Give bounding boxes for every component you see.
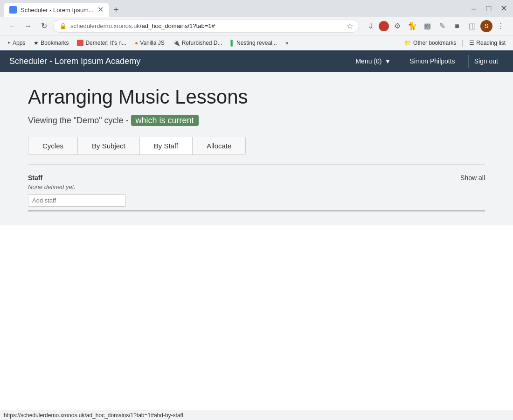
user-profile-button[interactable]: Simon Philpotts — [404, 55, 460, 68]
pen-icon[interactable]: ✎ — [436, 20, 449, 33]
downloads-icon[interactable]: ⇓ — [364, 20, 377, 33]
tab-close-button[interactable]: ✕ — [97, 6, 104, 14]
status-url: https://schedulerdemo.xronos.uk/ad_hoc_d… — [4, 412, 183, 419]
reload-button[interactable]: ↻ — [37, 20, 50, 33]
staff-header: Staff Show all — [28, 174, 485, 182]
sign-out-button[interactable]: Sign out — [468, 55, 504, 68]
apps-label: Apps — [13, 40, 25, 46]
refurbished-bookmark[interactable]: 🔌 Refurbished D... — [169, 37, 226, 49]
forward-button[interactable]: → — [21, 20, 35, 33]
lock-icon: 🔒 — [59, 22, 67, 29]
tab-strip: Scheduler - Lorem Ipsum... ✕ + — [4, 0, 464, 17]
other-label: Other bookmarks — [413, 40, 456, 46]
bookmark-star-icon[interactable]: ☆ — [347, 21, 353, 30]
tab-by-staff[interactable]: By Staff — [140, 137, 193, 155]
current-cycle-badge: which is current — [131, 115, 199, 126]
apps-grid-icon: ‣ — [7, 40, 11, 46]
tab-buttons: Cycles By Subject By Staff Allocate — [28, 137, 485, 155]
puzzle-icon[interactable]: ■ — [451, 20, 464, 33]
page-subtitle: Viewing the "Demo" cycle - which is curr… — [28, 116, 485, 126]
more-options-icon[interactable]: ⋮ — [494, 20, 507, 33]
subtitle-prefix: Viewing the "Demo" cycle - — [28, 116, 129, 125]
star-icon: ★ — [34, 40, 39, 46]
user-name: Simon Philpotts — [409, 57, 455, 65]
page-title: Arranging Music Lessons — [28, 86, 485, 108]
minimize-button[interactable]: – — [468, 3, 479, 14]
new-tab-button[interactable]: + — [109, 3, 123, 17]
bookmarks-bar: ‣ Apps ★ Bookmarks Demeter: It's n... ● … — [0, 35, 513, 50]
tab-title: Scheduler - Lorem Ipsum... — [21, 7, 94, 14]
reading-list-label: Reading list — [476, 40, 506, 46]
refurbished-label: Refurbished D... — [182, 40, 222, 46]
other-bookmarks[interactable]: 📁 Other bookmarks — [401, 37, 460, 49]
address-input[interactable]: 🔒 schedulerdemo.xronos.uk/ad_hoc_domains… — [53, 20, 359, 33]
extension-2-icon[interactable]: ⚙ — [391, 20, 404, 33]
vanillajs-icon: ● — [135, 40, 138, 46]
toolbar-icons: ⇓ ⚙ 🐈 ▩ ✎ ■ ◫ S ⋮ — [364, 20, 507, 33]
menu-label: Menu (0) — [355, 57, 381, 65]
tab-by-subject[interactable]: By Subject — [78, 137, 140, 155]
address-bar: ← → ↻ 🔒 schedulerdemo.xronos.uk/ad_hoc_d… — [0, 17, 513, 35]
screen-mirror-icon[interactable]: ◫ — [465, 20, 478, 33]
profile-avatar[interactable]: S — [480, 20, 492, 32]
app-title: Scheduler - Lorem Ipsum Academy — [9, 56, 342, 66]
cast-icon[interactable]: ▩ — [421, 20, 434, 33]
show-all-link[interactable]: Show all — [460, 174, 485, 182]
add-staff-input[interactable] — [28, 194, 126, 207]
page-content: Arranging Music Lessons Viewing the "Dem… — [0, 72, 513, 225]
menu-button[interactable]: Menu (0) ▼ — [350, 55, 396, 68]
more-icon: » — [285, 40, 289, 46]
menu-dropdown-icon: ▼ — [384, 57, 391, 65]
extension-3-icon[interactable]: 🐈 — [406, 20, 419, 33]
vanillajs-label: Vanilla JS — [140, 40, 164, 46]
vanillajs-bookmark[interactable]: ● Vanilla JS — [131, 37, 168, 49]
demeter-icon — [77, 40, 83, 46]
sign-out-label: Sign out — [474, 57, 498, 65]
apps-bookmark[interactable]: ‣ Apps — [4, 37, 29, 49]
browser-tab-active[interactable]: Scheduler - Lorem Ipsum... ✕ — [4, 3, 109, 17]
tab-cycles[interactable]: Cycles — [28, 137, 78, 155]
nesting-bookmark[interactable]: ▌ Nesting reveal... — [227, 37, 281, 49]
demeter-bookmark[interactable]: Demeter: It's n... — [73, 37, 130, 49]
folder-icon: 📁 — [404, 40, 411, 46]
nesting-label: Nesting reveal... — [236, 40, 277, 46]
status-bar: https://schedulerdemo.xronos.uk/ad_hoc_d… — [0, 410, 513, 420]
reading-list-icon: ☰ — [469, 40, 474, 46]
reading-list[interactable]: ☰ Reading list — [465, 37, 509, 49]
demeter-label: Demeter: It's n... — [85, 40, 126, 46]
close-window-button[interactable]: ✕ — [498, 3, 509, 14]
window-controls: – □ ✕ — [468, 3, 509, 14]
title-bar: Scheduler - Lorem Ipsum... ✕ + – □ ✕ — [0, 0, 513, 17]
staff-underline-container: None defined yet. — [28, 183, 485, 211]
extensions-icon[interactable] — [379, 21, 389, 31]
bookmarks-bookmark[interactable]: ★ Bookmarks — [30, 37, 72, 49]
staff-section: Staff Show all None defined yet. — [28, 174, 485, 211]
section-divider — [28, 164, 485, 165]
more-bookmarks-button[interactable]: » — [282, 37, 292, 49]
url-display: schedulerdemo.xronos.uk/ad_hoc_domains/1… — [70, 22, 343, 29]
tab-allocate[interactable]: Allocate — [193, 137, 246, 155]
app-header: Scheduler - Lorem Ipsum Academy Menu (0)… — [0, 50, 513, 72]
browser-frame: Scheduler - Lorem Ipsum... ✕ + – □ ✕ ← →… — [0, 0, 513, 225]
bookmarks-label: Bookmarks — [41, 40, 69, 46]
nesting-icon: ▌ — [231, 40, 235, 46]
bookmarks-separator: | — [462, 39, 464, 47]
refurbished-icon: 🔌 — [173, 40, 180, 46]
staff-label: Staff — [28, 174, 42, 182]
back-button[interactable]: ← — [6, 20, 19, 33]
staff-empty-message: None defined yet. — [28, 183, 485, 190]
tab-favicon — [9, 6, 17, 14]
maximize-button[interactable]: □ — [483, 3, 494, 14]
